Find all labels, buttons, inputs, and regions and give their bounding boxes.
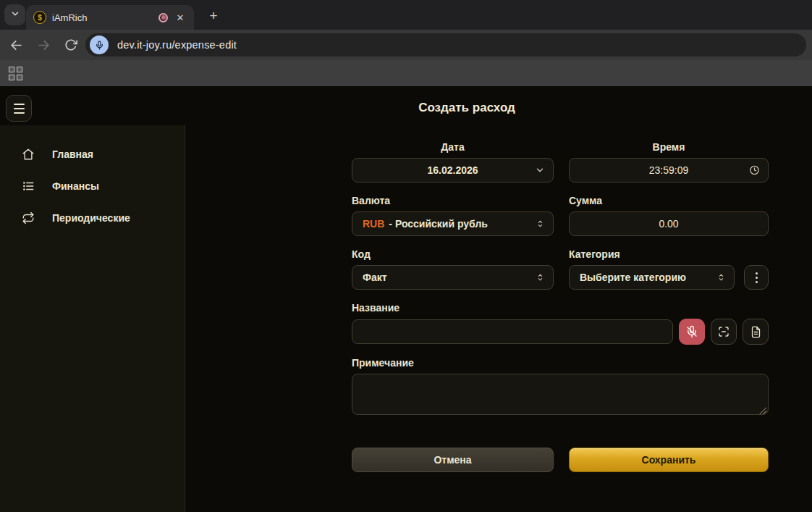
url-text: dev.it-joy.ru/expense-edit [117,39,237,51]
document-icon [750,326,762,338]
forward-arrow-icon [37,38,51,52]
currency-name: - Российский рубль [389,218,488,230]
amount-label: Сумма [569,195,769,207]
chevron-down-icon [535,165,545,175]
amount-input[interactable] [580,218,758,230]
name-field-wrap [352,319,673,344]
sidebar-item-finances[interactable]: Финансы [0,170,185,202]
tab-title: iAmRich [52,12,153,23]
date-label: Дата [352,141,554,154]
list-icon [22,180,35,193]
back-arrow-icon [9,38,23,52]
code-value: Факт [363,272,387,283]
browser-tab[interactable]: $ iAmRich ✕ [26,5,194,30]
new-tab-button[interactable]: + [205,7,222,25]
bookmarks-bar [0,60,812,86]
chevrons-up-down-icon [716,272,726,283]
apps-grid-icon[interactable] [9,67,22,80]
dollar-coin-favicon-icon: $ [33,11,46,24]
amount-field-wrap [569,211,769,236]
currency-code: RUB [363,218,384,230]
name-input[interactable] [363,326,662,337]
forward-button[interactable] [32,33,55,56]
currency-select[interactable]: RUB - Российский рубль [352,211,554,236]
expense-form: Дата 16.02.2026 Время [352,141,769,472]
chevron-down-icon [10,9,20,22]
reload-icon [64,38,77,51]
date-select[interactable]: 16.02.2026 [352,158,554,182]
tab-search-button[interactable] [4,4,25,25]
menu-toggle-button[interactable] [6,95,32,122]
home-icon [22,148,35,161]
sidebar-item-label: Периодические [52,212,130,224]
category-options-button[interactable] [744,265,769,290]
date-value: 16.02.2026 [427,164,478,176]
repeat-icon [22,211,35,224]
save-button[interactable]: Сохранить [569,448,769,472]
kebab-menu-icon [756,272,758,283]
sidebar: Главная Финансы Периодические [0,125,185,512]
page-title: Создать расход [418,101,515,115]
category-value: Выберите категорию [580,272,686,283]
tab-close-button[interactable]: ✕ [174,11,187,24]
scan-button[interactable] [711,319,737,345]
time-label: Время [569,141,769,154]
chevrons-up-down-icon [536,219,545,230]
site-mic-permission-button[interactable] [90,35,109,54]
sidebar-item-label: Финансы [52,180,99,192]
code-label: Код [352,248,554,261]
time-input[interactable] [580,164,758,176]
tab-strip: $ iAmRich ✕ + [0,0,812,30]
voice-input-button[interactable] [679,319,705,345]
sidebar-item-label: Главная [52,148,93,160]
microphone-icon [95,41,104,50]
category-label: Категория [569,248,769,261]
note-label: Примечание [352,357,769,369]
code-select[interactable]: Факт [352,265,554,290]
mic-off-icon [685,325,698,338]
category-select[interactable]: Выберите категорию [569,265,735,290]
browser-toolbar: dev.it-joy.ru/expense-edit [0,30,812,60]
back-button[interactable] [4,33,28,56]
document-button[interactable] [743,319,769,345]
browser-window: $ iAmRich ✕ + dev.it-joy.ru/expense-edit [0,0,812,512]
currency-label: Валюта [352,195,554,207]
sidebar-item-home[interactable]: Главная [0,138,185,170]
clock-icon [749,165,760,176]
page-content: Создать расход Главная Финансы Периодиче… [0,86,812,512]
reload-button[interactable] [59,33,83,56]
note-textarea[interactable] [352,374,769,415]
time-field-wrap [569,158,769,182]
scan-icon [717,325,730,338]
cancel-button[interactable]: Отмена [352,448,554,472]
address-bar[interactable]: dev.it-joy.ru/expense-edit [85,33,806,56]
chevrons-up-down-icon [536,272,545,283]
recording-indicator-icon [158,13,168,22]
name-label: Название [352,302,769,314]
sidebar-item-recurring[interactable]: Периодические [0,202,185,234]
